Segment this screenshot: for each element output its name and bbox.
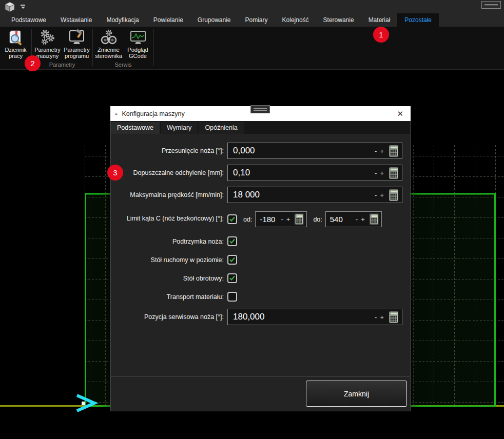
decrement-button[interactable]: - — [373, 169, 378, 177]
limit-od-input[interactable]: -180 - + — [255, 211, 307, 227]
field-label: Transport materiału: — [119, 293, 224, 301]
ribbon-tab-kolejnosc[interactable]: Kolejność — [275, 13, 316, 27]
ribbon-quick-access-bar — [0, 0, 504, 13]
checkbox-row-stol-ruchomy: Stół ruchomy w poziomie: — [119, 255, 402, 265]
field-label: Pozycja serwisowa noża [°]: — [119, 313, 224, 321]
button-label: maszyny — [36, 53, 59, 59]
app-cube-icon[interactable] — [4, 2, 15, 12]
field-label: Dopuszczalne odchylenie [mm]: — [119, 169, 224, 176]
dialog-body: Przesunięcie noża [°]: 0,000 - + Dopuszc… — [111, 134, 410, 376]
increment-button[interactable]: + — [378, 191, 385, 199]
monitor-hammer-icon — [68, 28, 86, 47]
field-value: 0,000 — [233, 146, 255, 156]
ribbon-tab-wstawianie[interactable]: Wstawianie — [53, 13, 99, 27]
zmienne-sterownika-button[interactable]: Zmienne sterownika — [94, 27, 123, 61]
annotation-badge-2: 2 — [25, 55, 41, 71]
parametry-maszyny-button[interactable]: Parametry maszyny — [33, 27, 62, 61]
calculator-icon[interactable] — [369, 213, 379, 225]
ribbon-tab-bar: Podstawowe Wstawianie Modyfikacja Powiel… — [0, 13, 504, 27]
field-label: Stół ruchomy w poziomie: — [119, 256, 224, 264]
ribbon-tab-grupowanie[interactable]: Grupowanie — [190, 13, 238, 27]
limit-do-input[interactable]: 540 - + — [325, 211, 382, 227]
ribbon-tab-powielanie[interactable]: Powielanie — [146, 13, 190, 27]
decrement-button[interactable]: - — [279, 215, 284, 223]
binoculars-gear-icon — [100, 28, 118, 47]
button-label: programu — [65, 53, 89, 59]
ribbon-tab-material[interactable]: Materiał — [361, 13, 398, 27]
gears-icon — [39, 28, 56, 47]
parametry-programu-button[interactable]: Parametry programu — [62, 27, 91, 61]
decrement-button[interactable]: - — [354, 215, 359, 223]
field-row-limit-kata: Limit kąta C (nóż bezkońcowy) [°]: od: -… — [119, 211, 402, 227]
dialog-tab-wymiary[interactable]: Wymiary — [161, 122, 198, 134]
checkbox-row-stol-obrotowy: Stół obrotowy: — [119, 273, 402, 283]
monitor-wave-icon — [129, 28, 147, 47]
ribbon-tab-pomiary[interactable]: Pomiary — [238, 13, 275, 27]
group-label-parametry: Parametry — [33, 61, 91, 69]
button-label: GCode — [129, 53, 147, 59]
tool-origin-dot — [82, 402, 85, 405]
dialog-tab-podstawowe[interactable]: Podstawowe — [111, 122, 160, 134]
decrement-button[interactable]: - — [373, 191, 378, 199]
calculator-icon[interactable] — [388, 167, 399, 179]
button-label: Dziennik — [5, 47, 26, 53]
button-label: Zmienne — [98, 47, 120, 53]
ribbon: Podstawowe Wstawianie Modyfikacja Powiel… — [0, 0, 504, 69]
ribbon-group-separator — [153, 29, 154, 66]
ribbon-tab-modyfikacja[interactable]: Modyfikacja — [99, 13, 146, 27]
decrement-button[interactable]: - — [373, 313, 378, 321]
close-icon[interactable]: ✕ — [395, 108, 405, 119]
checkbox-row-podtrzymka: Podtrzymka noża: — [119, 236, 402, 246]
field-value: 180,000 — [233, 312, 264, 322]
dziennik-pracy-button[interactable]: Dziennik pracy — [1, 27, 30, 61]
calculator-icon[interactable] — [294, 213, 304, 225]
button-label: pracy — [9, 53, 23, 59]
stol-ruchomy-checkbox[interactable] — [227, 255, 237, 265]
field-label: Podtrzymka noża: — [119, 238, 224, 245]
increment-button[interactable]: + — [359, 215, 366, 223]
maksymalna-predkosc-input[interactable]: 18 000 - + — [227, 187, 402, 203]
field-value: 0,10 — [233, 168, 250, 178]
calculator-icon[interactable] — [388, 311, 399, 324]
field-value: 18 000 — [233, 190, 260, 200]
journal-search-icon — [7, 28, 25, 47]
stol-obrotowy-checkbox[interactable] — [227, 273, 237, 283]
dopuszczalne-odchylenie-input[interactable]: 0,10 - + — [227, 165, 402, 181]
pozycja-serwisowa-input[interactable]: 180,000 - + — [227, 309, 402, 325]
calculator-icon[interactable] — [388, 145, 399, 157]
field-value: -180 — [260, 215, 275, 224]
increment-button[interactable]: + — [378, 313, 385, 321]
field-label: Maksymalna prędkość [mm/min]: — [119, 191, 224, 198]
transport-materialu-checkbox[interactable] — [227, 292, 237, 302]
increment-button[interactable]: + — [378, 169, 385, 177]
ribbon-tab-sterowanie[interactable]: Sterowanie — [316, 13, 361, 27]
range-from-label: od: — [243, 216, 252, 223]
ribbon-tab-pozostale[interactable]: Pozostałe — [397, 13, 439, 27]
limit-kata-checkbox[interactable] — [227, 214, 237, 224]
quick-access-dropdown-icon[interactable] — [21, 5, 25, 9]
window-grip-icon[interactable] — [481, 1, 501, 9]
dialog-tab-opoznienia[interactable]: Opóźnienia — [199, 122, 243, 134]
zamknij-button[interactable]: Zamknij — [306, 381, 407, 407]
podglad-gcode-button[interactable]: Podgląd GCode — [123, 27, 152, 61]
ribbon-group-parametry: Parametry maszyny Parametry — [33, 27, 91, 69]
button-label: sterownika — [95, 53, 122, 59]
increment-button[interactable]: + — [378, 147, 385, 155]
calculator-icon[interactable] — [388, 189, 399, 202]
podtrzymka-noza-checkbox[interactable] — [227, 236, 237, 246]
field-label: Limit kąta C (nóż bezkońcowy) [°]: — [119, 215, 224, 222]
field-label: Stół obrotowy: — [119, 275, 224, 282]
dialog-drag-handle-icon[interactable] — [250, 105, 270, 113]
decrement-button[interactable]: - — [373, 147, 378, 155]
field-row-predkosc: Maksymalna prędkość [mm/min]: 18 000 - + — [119, 187, 402, 203]
annotation-badge-3: 3 — [107, 165, 123, 181]
dialog-title: Konfiguracja maszyny — [122, 110, 185, 117]
dialog-chrome: Podstawowe Wymiary Opóźnienia Przesunięc… — [110, 121, 411, 411]
field-row-pozycja-serwisowa: Pozycja serwisowa noża [°]: 180,000 - + — [119, 309, 402, 325]
ribbon-tab-podstawowe[interactable]: Podstawowe — [4, 13, 53, 27]
group-label-serwis: Serwis — [94, 61, 152, 69]
field-row-przesuniecie: Przesunięcie noża [°]: 0,000 - + — [119, 143, 402, 159]
increment-button[interactable]: + — [285, 215, 292, 223]
dialog-tab-bar: Podstawowe Wymiary Opóźnienia — [111, 121, 410, 134]
przesuniecie-noza-input[interactable]: 0,000 - + — [227, 143, 402, 159]
